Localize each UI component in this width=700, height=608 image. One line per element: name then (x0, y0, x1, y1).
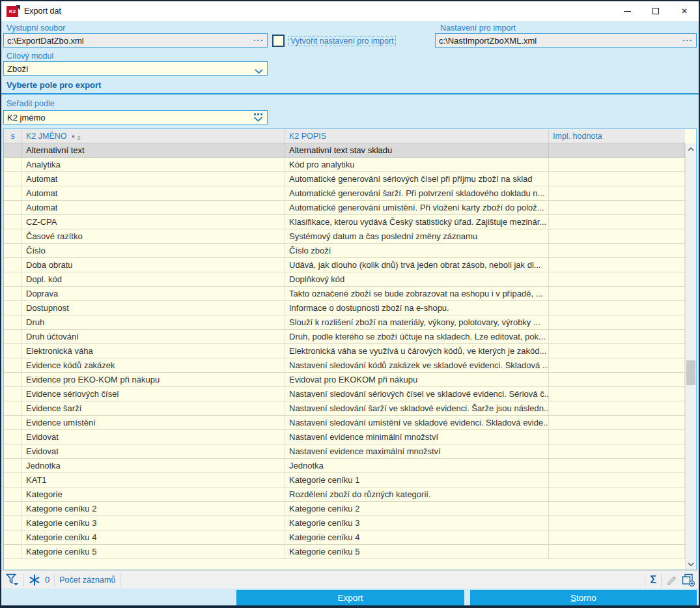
cell-impl (549, 459, 685, 472)
sort-by-dropdown[interactable]: K2 jmémo (3, 110, 268, 124)
cell-sel (4, 301, 22, 315)
new-note-button[interactable] (682, 573, 695, 586)
scroll-up-icon[interactable] (686, 143, 696, 154)
table-row[interactable]: Kategorie ceníku 3Kategorie ceníku 3 (4, 516, 685, 530)
table-row[interactable]: AnalytikaKód pro analytiku (4, 158, 685, 172)
table-scrollbar[interactable] (685, 143, 696, 570)
table-header: s K2 JMÉNO ▲ 2 K2 POPIS Impl. hodnota (4, 129, 685, 143)
table-row[interactable]: Evidence kódů zakázekNastavení sledování… (4, 358, 685, 373)
column-header-s[interactable]: s (4, 129, 22, 143)
cell-name: Druh účtování (22, 330, 285, 343)
pencil-icon (666, 574, 678, 586)
cell-desc: Automatické generování šarží. Při potvrz… (285, 186, 549, 200)
table-row[interactable]: Evidence pro EKO-KOM při nákupuEvidovat … (4, 373, 685, 387)
cell-name: Doba obratu (22, 258, 285, 272)
edit-button[interactable] (666, 574, 678, 586)
scroll-down-icon[interactable] (686, 558, 696, 570)
cell-impl (549, 215, 685, 229)
cell-desc: Jednotka (285, 459, 549, 472)
cell-desc: Nastavení sledování kódů zakázek ve skla… (285, 358, 549, 372)
cell-impl (549, 301, 685, 315)
maximize-button[interactable] (641, 1, 670, 21)
table-row[interactable]: Dopl. kódDoplňkový kód (4, 272, 685, 287)
table-row[interactable]: CZ-CPAKlasifikace, kterou vydává Český s… (4, 215, 685, 229)
cell-sel (4, 516, 22, 530)
cell-impl (549, 545, 685, 558)
cell-name: Evidence umístění (22, 416, 285, 429)
cell-name: Evidence sériových čísel (22, 387, 285, 401)
cell-sel (4, 272, 22, 286)
cell-desc: Kategorie ceníku 1 (285, 473, 549, 487)
table-row[interactable]: Elektronická váhaElektronická váha se vy… (4, 344, 685, 358)
table-row[interactable]: Časové razítkoSystémový datum a čas posl… (4, 229, 685, 244)
table-row[interactable]: Evidence sériových číselNastavení sledov… (4, 387, 685, 401)
create-import-checkbox[interactable] (272, 35, 285, 47)
close-button[interactable]: ✕ (670, 1, 699, 21)
table-row[interactable]: AutomatAutomatické generování šarží. Při… (4, 186, 685, 201)
table-row[interactable]: JednotkaJednotka (4, 459, 685, 473)
sum-button[interactable]: Σ (650, 574, 656, 586)
table-row[interactable]: Alternativní textAlternativní text stav … (4, 143, 685, 158)
cell-sel (4, 315, 22, 329)
import-settings-input[interactable]: c:\NastImportZboXML.xml ··· (435, 33, 697, 48)
table-row[interactable]: DopravaTakto označené zboží se bude zobr… (4, 287, 685, 301)
table-row[interactable]: DruhSlouží k rozlišení zboží na materiál… (4, 315, 685, 330)
column-header-impl-hodnota[interactable]: Impl. hodnota (549, 129, 685, 143)
fields-table: s K2 JMÉNO ▲ 2 K2 POPIS Impl. hodnota Al… (3, 128, 697, 570)
table-row[interactable]: Kategorie ceníku 4Kategorie ceníku 4 (4, 530, 685, 545)
column-header-k2-popis[interactable]: K2 POPIS (285, 129, 549, 143)
table-row[interactable]: AutomatAutomatické generování umístění. … (4, 201, 685, 215)
table-row[interactable]: Kategorie ceníku 5Kategorie ceníku 5 (4, 545, 685, 559)
separator (23, 573, 24, 586)
table-row[interactable]: Doba obratuUdává, jak dlouho (kolik dnů)… (4, 258, 685, 272)
minimize-button[interactable] (613, 1, 641, 21)
freeze-button[interactable] (29, 574, 40, 586)
separator (645, 573, 645, 586)
cell-name: CZ-CPA (22, 215, 285, 229)
cell-sel (4, 430, 22, 444)
cell-name: Elektronická váha (22, 344, 285, 358)
target-module-dropdown[interactable]: Zboží (3, 61, 268, 76)
cell-sel (4, 143, 22, 157)
table-row[interactable]: KAT1Kategorie ceníku 1 (4, 473, 685, 487)
output-file-browse-button[interactable]: ··· (253, 35, 264, 46)
scrollbar-thumb[interactable] (686, 360, 695, 385)
cell-name: Kategorie ceníku 4 (22, 530, 285, 544)
cell-desc: Evidovat pro EKOKOM při nákupu (285, 373, 549, 386)
storno-button[interactable]: Storno (470, 590, 697, 605)
window-title: Export dat (24, 7, 61, 16)
table-row[interactable]: EvidovatNastavení evidence minimální mno… (4, 430, 685, 444)
table-row[interactable]: AutomatAutomatické generování sériových … (4, 172, 685, 186)
cell-sel (4, 358, 22, 372)
title-bar[interactable]: K2 Export dat ✕ (1, 1, 699, 21)
cell-desc: Kategorie ceníku 3 (285, 516, 549, 530)
cell-sel (4, 545, 22, 558)
create-import-checkbox-label[interactable]: Vytvořit nastavení pro import (288, 36, 396, 46)
table-row[interactable]: Evidence šaržíNastavení sledování šarží … (4, 401, 685, 416)
cell-desc: Slouží k rozlišení zboží na materiály, v… (285, 315, 549, 329)
column-header-k2-jmeno[interactable]: K2 JMÉNO ▲ 2 (22, 129, 285, 143)
table-body: Alternativní textAlternativní text stav … (4, 143, 685, 570)
cell-name: Kategorie ceníku 2 (22, 502, 285, 515)
table-row[interactable]: Druh účtováníDruh, podle kterého se zbož… (4, 330, 685, 344)
output-file-input[interactable]: c:\ExportDatZbo.xml ··· (3, 33, 268, 48)
table-row[interactable]: DostupnostInformace o dostupnosti zboží … (4, 301, 685, 315)
sort-dropdown-icon (253, 113, 263, 124)
separator (661, 573, 662, 586)
filter-button[interactable] (6, 573, 19, 586)
table-row[interactable]: KategorieRozdělení zboží do různých kate… (4, 487, 685, 502)
cell-name: Dopl. kód (22, 272, 285, 286)
table-row[interactable]: Kategorie ceníku 2Kategorie ceníku 2 (4, 502, 685, 516)
cell-sel (4, 459, 22, 472)
cell-impl (549, 502, 685, 515)
separator (54, 573, 55, 586)
cell-name: Dostupnost (22, 301, 285, 315)
export-button[interactable]: Export (236, 590, 464, 605)
import-settings-browse-button[interactable]: ··· (682, 35, 693, 46)
cell-impl (549, 186, 685, 200)
table-row[interactable]: Evidence umístěníNastavení sledování umí… (4, 416, 685, 430)
cell-desc: Doplňkový kód (285, 272, 549, 286)
table-row[interactable]: ČísloČíslo zboží (4, 244, 685, 258)
table-row[interactable]: EvidovatNastavení evidence maximální mno… (4, 444, 685, 459)
cell-desc: Nastavení sledování umístění ve skladové… (285, 416, 549, 429)
